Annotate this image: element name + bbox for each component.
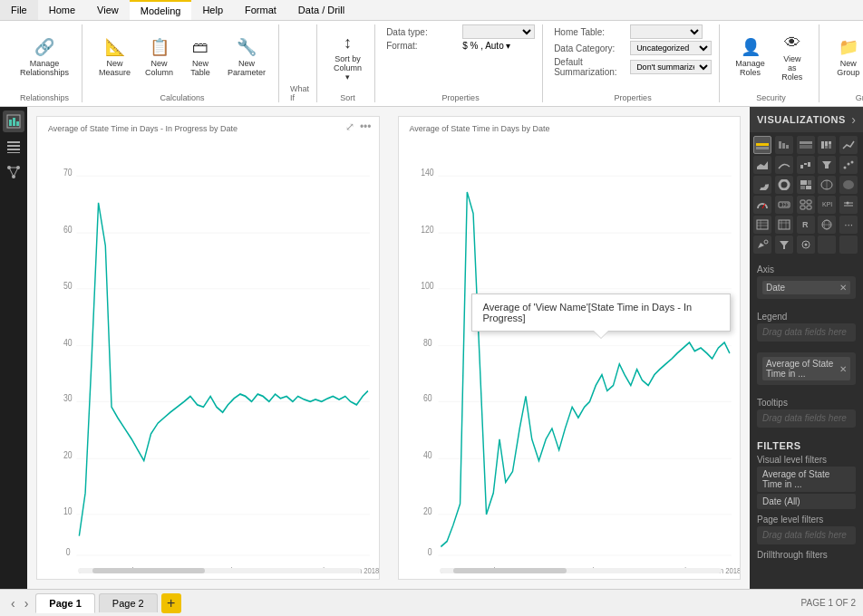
- viz-filter[interactable]: [775, 236, 793, 254]
- viz-waterfall[interactable]: [797, 156, 815, 174]
- tab-format[interactable]: Format: [234, 0, 287, 20]
- tab-help[interactable]: Help: [191, 0, 234, 20]
- axis-section: Axis Date ✕: [750, 257, 863, 304]
- ribbon-body: 🔗 Manage Relationships Relationships 📐 N…: [0, 21, 863, 106]
- chart-right-svg: 140 120 100 80 60 40 20 0: [399, 117, 741, 579]
- default-summarization-select[interactable]: Don't summarize: [630, 60, 712, 74]
- manage-roles-btn[interactable]: 👤 Manage Roles: [731, 34, 770, 81]
- date-field-label: Date: [766, 283, 785, 293]
- page-prev-btn[interactable]: ‹: [7, 594, 19, 612]
- left-sidebar: [0, 107, 27, 589]
- viz-slicer[interactable]: [839, 196, 858, 214]
- viz-area[interactable]: [753, 156, 771, 174]
- values-field[interactable]: Average of State Time in ... ✕: [757, 352, 856, 385]
- chart-expand-btn[interactable]: ⤢: [345, 120, 354, 133]
- date-field-tag[interactable]: Date ✕: [762, 281, 850, 294]
- page-1-tab[interactable]: Page 1: [35, 593, 94, 613]
- page-next-btn[interactable]: ›: [21, 594, 33, 612]
- svg-point-79: [851, 161, 854, 164]
- tab-file[interactable]: File: [0, 0, 38, 20]
- new-parameter-btn[interactable]: 🔧 New Parameter: [222, 34, 271, 81]
- svg-rect-63: [782, 143, 785, 149]
- tab-data-drill[interactable]: Data / Drill: [287, 0, 355, 20]
- viz-multi-card[interactable]: [797, 196, 815, 214]
- add-page-btn[interactable]: +: [161, 593, 181, 613]
- viz-100-stacked[interactable]: [818, 136, 836, 154]
- viz-card[interactable]: 123: [775, 196, 793, 214]
- viz-gauge[interactable]: [753, 196, 771, 214]
- svg-rect-85: [800, 186, 805, 189]
- new-group-btn[interactable]: 📁 New Group: [830, 34, 863, 81]
- svg-rect-71: [829, 144, 831, 149]
- viz-map[interactable]: [818, 176, 836, 194]
- new-column-label: New Column: [145, 59, 173, 77]
- group-properties: Home Table: Data Category: Uncategorized…: [547, 24, 720, 102]
- viz-line[interactable]: [839, 136, 858, 154]
- viz-globe[interactable]: [818, 216, 836, 234]
- viz-matrix[interactable]: [775, 216, 793, 234]
- model-view-icon[interactable]: [3, 161, 24, 183]
- svg-point-116: [804, 244, 807, 246]
- chart-left-scrollbar[interactable]: [78, 568, 361, 573]
- viz-treemap[interactable]: [797, 176, 815, 194]
- date-field-remove[interactable]: ✕: [839, 283, 847, 293]
- tab-view[interactable]: View: [86, 0, 130, 20]
- viz-donut[interactable]: [775, 176, 793, 194]
- viz-clustered-bar[interactable]: [775, 136, 793, 154]
- new-table-icon: 🗃: [192, 38, 208, 57]
- relationships-icon: 🔗: [34, 37, 54, 57]
- svg-rect-93: [800, 200, 805, 204]
- viz-scatter[interactable]: [839, 156, 858, 174]
- viz-ribbon[interactable]: [775, 156, 793, 174]
- group-relationships: 🔗 Manage Relationships Relationships: [7, 24, 82, 102]
- viz-empty2: [839, 236, 858, 254]
- data-view-icon[interactable]: [3, 136, 24, 158]
- avg-state-time-tag[interactable]: Average of State Time in ... ✕: [762, 357, 850, 380]
- viz-more[interactable]: ···: [839, 216, 858, 234]
- svg-rect-2: [13, 118, 15, 126]
- sort-icon: ↕: [344, 34, 352, 53]
- filter-avg-state-time[interactable]: Average of State Time in ...: [757, 467, 856, 492]
- tab-modeling[interactable]: Modeling: [130, 0, 192, 20]
- report-view-icon[interactable]: [3, 111, 24, 132]
- sort-by-column-btn[interactable]: ↕ Sort by Column ▾: [328, 30, 367, 85]
- tab-home[interactable]: Home: [38, 0, 86, 20]
- chart-more-btn[interactable]: •••: [360, 120, 372, 133]
- legend-field[interactable]: Drag data fields here: [757, 323, 856, 342]
- view-as-roles-btn[interactable]: 👁 View as Roles: [773, 30, 811, 85]
- svg-point-113: [764, 240, 768, 244]
- data-type-select[interactable]: [462, 24, 535, 39]
- svg-rect-94: [807, 200, 811, 204]
- svg-text:20: 20: [423, 505, 432, 516]
- new-table-btn[interactable]: 🗃 New Table: [182, 34, 218, 81]
- svg-rect-84: [808, 180, 811, 185]
- data-category-select[interactable]: Uncategorized: [630, 41, 712, 55]
- svg-rect-101: [757, 220, 768, 229]
- viz-r-script[interactable]: R: [797, 216, 815, 234]
- manage-relationships-btn[interactable]: 🔗 Manage Relationships: [15, 34, 74, 81]
- new-measure-btn[interactable]: 📐 New Measure: [93, 34, 136, 81]
- viz-paint[interactable]: [753, 236, 771, 254]
- viz-kpi[interactable]: KPI: [818, 196, 836, 214]
- new-column-btn[interactable]: 📋 New Column: [140, 34, 179, 81]
- viz-stacked-bar[interactable]: [753, 136, 771, 154]
- viz-funnel[interactable]: [818, 156, 836, 174]
- legend-title: Legend: [757, 312, 856, 322]
- chart-right-scrollbar[interactable]: [440, 568, 722, 573]
- viz-filled-map[interactable]: [839, 176, 858, 194]
- filter-date[interactable]: Date (All): [757, 494, 856, 509]
- page-level-field[interactable]: Drag data fields here: [757, 526, 856, 544]
- tooltips-field[interactable]: Drag data fields here: [757, 409, 856, 428]
- home-table-select[interactable]: [630, 24, 703, 39]
- legend-placeholder: Drag data fields here: [762, 327, 847, 337]
- avg-state-time-remove[interactable]: ✕: [839, 364, 847, 374]
- viz-table[interactable]: [753, 216, 771, 234]
- panel-expand-icon[interactable]: ›: [851, 112, 856, 127]
- viz-analytics[interactable]: [797, 236, 815, 254]
- viz-stacked-col[interactable]: [797, 136, 815, 154]
- axis-field[interactable]: Date ✕: [757, 276, 856, 299]
- svg-rect-67: [821, 141, 824, 149]
- tooltips-placeholder: Drag data fields here: [762, 413, 847, 423]
- page-2-tab[interactable]: Page 2: [99, 593, 158, 612]
- viz-pie[interactable]: [753, 176, 771, 194]
